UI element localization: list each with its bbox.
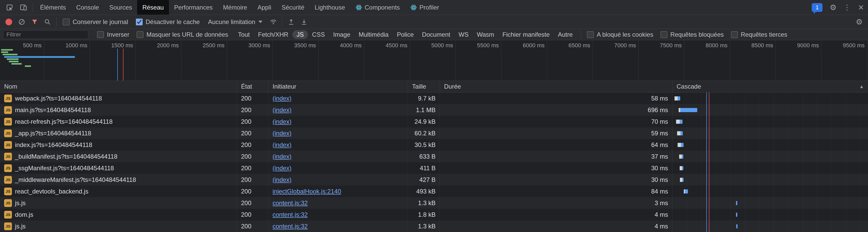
request-name-cell[interactable]: JSindex.js?ts=1640484544118 bbox=[0, 139, 237, 151]
invert-filter-toggle[interactable]: Inverser bbox=[97, 31, 129, 38]
request-row-js-js[interactable]: JSjs.js 200 content.js:32 1.3 kB 3 ms bbox=[0, 197, 868, 209]
request-name-cell[interactable]: JSwebpack.js?ts=1640484544118 bbox=[0, 92, 237, 104]
initiator-link[interactable]: injectGlobalHook.js:2140 bbox=[273, 188, 341, 195]
clear-network-log-button[interactable] bbox=[16, 16, 28, 28]
request-row-js-js[interactable]: JSjs.js 200 content.js:32 1.3 kB 4 ms bbox=[0, 221, 868, 232]
request-name-cell[interactable]: JSjs.js bbox=[0, 221, 237, 232]
request-row-webpack-js-ts-1640484544118[interactable]: JSwebpack.js?ts=1640484544118 200 (index… bbox=[0, 92, 868, 104]
initiator-link[interactable]: (index) bbox=[273, 141, 291, 149]
blocked-requests-checkbox[interactable] bbox=[660, 31, 667, 38]
blocked-requests-toggle[interactable]: Requêtes bloquées bbox=[660, 31, 724, 38]
column-header-initiator[interactable]: Initiateur bbox=[269, 81, 408, 92]
filter-pill-fichier-manifeste[interactable]: Fichier manifeste bbox=[498, 30, 554, 39]
request-name-cell[interactable]: JSdom.js bbox=[0, 209, 237, 221]
disable-cache-toggle[interactable]: Désactiver le cache bbox=[136, 18, 200, 26]
throttling-select[interactable]: Aucune limitation bbox=[208, 18, 262, 26]
inspect-element-button[interactable] bbox=[3, 0, 17, 15]
filter-pill-autre[interactable]: Autre bbox=[554, 30, 577, 39]
tab-reseau[interactable]: Réseau bbox=[137, 0, 169, 15]
request-row-main-js-ts-1640484544118[interactable]: JSmain.js?ts=1640484544118 200 (index) 1… bbox=[0, 104, 868, 116]
waterfall-waiting-segment bbox=[675, 96, 678, 100]
filter-pill-css[interactable]: CSS bbox=[308, 30, 329, 39]
network-settings-button[interactable]: ⚙ bbox=[853, 16, 865, 28]
tab-console[interactable]: Console bbox=[71, 0, 104, 15]
export-har-button[interactable] bbox=[298, 16, 310, 28]
tab-profiler[interactable]: Profiler bbox=[405, 0, 444, 15]
column-header-status[interactable]: État bbox=[237, 81, 269, 92]
devtools-settings-button[interactable]: ⚙ bbox=[826, 0, 840, 15]
initiator-link[interactable]: (index) bbox=[273, 153, 291, 160]
blocked-cookies-checkbox[interactable] bbox=[587, 31, 594, 38]
filter-pill-tout[interactable]: Tout bbox=[234, 30, 254, 39]
tab-elements[interactable]: Éléments bbox=[35, 0, 71, 15]
tab-memoire[interactable]: Mémoire bbox=[218, 0, 252, 15]
filter-pill-multimedia[interactable]: Multimédia bbox=[354, 30, 393, 39]
filter-pill-image[interactable]: Image bbox=[329, 30, 354, 39]
tab-performances[interactable]: Performances bbox=[169, 0, 218, 15]
third-party-requests-toggle[interactable]: Requêtes tierces bbox=[731, 31, 787, 38]
request-name-cell[interactable]: JSreact_devtools_backend.js bbox=[0, 185, 237, 197]
initiator-link[interactable]: (index) bbox=[273, 165, 291, 172]
issues-button[interactable]: 1 bbox=[812, 3, 823, 12]
request-row-react-refresh-js-ts-1640484544118[interactable]: JSreact-refresh.js?ts=1640484544118 200 … bbox=[0, 116, 868, 127]
request-initiator-cell: (index) bbox=[269, 116, 408, 127]
blocked-cookies-toggle[interactable]: A bloqué les cookies bbox=[587, 31, 653, 38]
preserve-log-toggle[interactable]: Conserver le journal bbox=[63, 18, 128, 26]
request-name-cell[interactable]: JS_app.js?ts=1640484544118 bbox=[0, 127, 237, 139]
request-name-cell[interactable]: JSmain.js?ts=1640484544118 bbox=[0, 104, 237, 116]
network-conditions-button[interactable] bbox=[267, 16, 280, 28]
disable-cache-checkbox[interactable] bbox=[136, 19, 143, 25]
request-row-ssgmanifest-js-ts-1640484544118[interactable]: JS_ssgManifest.js?ts=1640484544118 200 (… bbox=[0, 162, 868, 174]
tab-components[interactable]: Components bbox=[350, 0, 405, 15]
filter-pill-ws[interactable]: WS bbox=[455, 30, 473, 39]
waterfall-download-segment bbox=[680, 131, 683, 135]
initiator-link[interactable]: (index) bbox=[273, 118, 291, 125]
request-row-middlewaremanifest-js-ts-1640484544118[interactable]: JS_middlewareManifest.js?ts=164048454411… bbox=[0, 174, 868, 185]
column-header-name[interactable]: Nom bbox=[0, 81, 237, 92]
initiator-link[interactable]: (index) bbox=[273, 176, 291, 183]
request-name-cell[interactable]: JSreact-refresh.js?ts=1640484544118 bbox=[0, 116, 237, 127]
column-header-waterfall[interactable]: Cascade ▲ bbox=[673, 81, 868, 92]
request-name-cell[interactable]: JS_middlewareManifest.js?ts=164048454411… bbox=[0, 174, 237, 185]
filter-pill-wasm[interactable]: Wasm bbox=[473, 30, 498, 39]
hide-data-urls-toggle[interactable]: Masquer les URL de données bbox=[137, 31, 228, 38]
column-header-time[interactable]: Durée bbox=[440, 81, 673, 92]
filter-toggle-button[interactable] bbox=[28, 16, 41, 28]
tab-lighthouse[interactable]: Lighthouse bbox=[309, 0, 350, 15]
initiator-link[interactable]: (index) bbox=[273, 130, 291, 137]
third-party-requests-checkbox[interactable] bbox=[731, 31, 738, 38]
request-row-app-js-ts-1640484544118[interactable]: JS_app.js?ts=1640484544118 200 (index) 6… bbox=[0, 127, 868, 139]
request-row-index-js-ts-1640484544118[interactable]: JSindex.js?ts=1640484544118 200 (index) … bbox=[0, 139, 868, 151]
filter-pill-police[interactable]: Police bbox=[393, 30, 418, 39]
network-filter-input[interactable] bbox=[3, 30, 88, 39]
import-har-button[interactable] bbox=[285, 16, 297, 28]
tab-appli[interactable]: Appli bbox=[252, 0, 276, 15]
initiator-link[interactable]: content.js:32 bbox=[273, 211, 308, 218]
tab-sources[interactable]: Sources bbox=[104, 0, 137, 15]
request-name-cell[interactable]: JS_ssgManifest.js?ts=1640484544118 bbox=[0, 162, 237, 174]
more-options-button[interactable]: ⋮ bbox=[840, 0, 854, 15]
filter-pill-fetch-xhr[interactable]: Fetch/XHR bbox=[254, 30, 292, 39]
request-name-cell[interactable]: JS_buildManifest.js?ts=1640484544118 bbox=[0, 151, 237, 162]
tab-securite[interactable]: Sécurité bbox=[276, 0, 309, 15]
initiator-link[interactable]: content.js:32 bbox=[273, 199, 308, 207]
request-name-cell[interactable]: JSjs.js bbox=[0, 197, 237, 209]
request-row-react-devtools-backend-js[interactable]: JSreact_devtools_backend.js 200 injectGl… bbox=[0, 185, 868, 197]
search-button[interactable] bbox=[41, 16, 54, 28]
preserve-log-checkbox[interactable] bbox=[63, 19, 69, 25]
initiator-link[interactable]: content.js:32 bbox=[273, 223, 308, 230]
request-row-buildmanifest-js-ts-1640484544118[interactable]: JS_buildManifest.js?ts=1640484544118 200… bbox=[0, 151, 868, 162]
record-network-log-button[interactable] bbox=[3, 16, 15, 28]
column-header-size[interactable]: Taille bbox=[408, 81, 440, 92]
toolbar-divider bbox=[56, 18, 57, 26]
device-toolbar-button[interactable] bbox=[17, 0, 30, 15]
close-devtools-button[interactable]: × bbox=[854, 0, 868, 15]
filter-pill-js[interactable]: JS bbox=[292, 30, 308, 39]
filter-pill-document[interactable]: Document bbox=[418, 30, 455, 39]
invert-filter-checkbox[interactable] bbox=[97, 31, 104, 38]
initiator-link[interactable]: (index) bbox=[273, 95, 291, 102]
hide-data-urls-checkbox[interactable] bbox=[137, 31, 144, 38]
timeline-overview[interactable]: 500 ms1000 ms1500 ms2000 ms2500 ms3000 m… bbox=[0, 40, 868, 81]
initiator-link[interactable]: (index) bbox=[273, 107, 291, 114]
request-row-dom-js[interactable]: JSdom.js 200 content.js:32 1.8 kB 4 ms bbox=[0, 209, 868, 221]
